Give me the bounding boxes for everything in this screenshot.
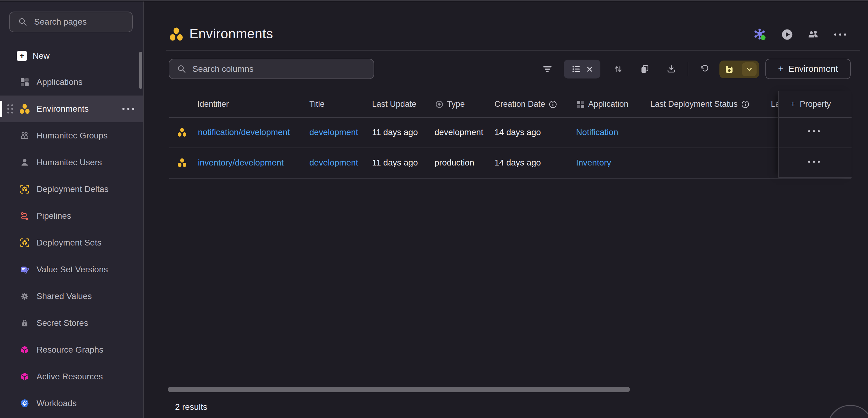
table-header-row: Identifier Title Last Update Type Creati… — [169, 91, 851, 117]
users-icon[interactable] — [807, 30, 819, 39]
table-row[interactable]: notification/development development 11 … — [169, 117, 851, 148]
column-header-application[interactable]: Application — [577, 91, 628, 117]
sidebar-item-workloads[interactable]: Workloads — [0, 390, 143, 417]
sidebar-item-label: Applications — [36, 77, 83, 87]
last-update-value: 11 days ago — [372, 148, 418, 178]
deployment-cube-icon — [20, 184, 30, 194]
gear-icon — [20, 291, 30, 301]
sidebar-item-active-resources[interactable]: Active Resources — [0, 363, 143, 390]
sidebar-scrollbar-thumb[interactable] — [139, 52, 142, 89]
column-header-application-label: Application — [588, 99, 628, 109]
sidebar-item-deployment-sets[interactable]: Deployment Sets — [0, 229, 143, 256]
info-icon[interactable] — [741, 100, 749, 108]
play-icon[interactable] — [781, 29, 793, 40]
list-view-icon[interactable] — [572, 64, 581, 74]
sidebar-item-label: Resource Graphs — [36, 345, 103, 355]
table-border — [779, 178, 851, 178]
sidebar-search-input[interactable]: Search pages — [9, 11, 133, 32]
row-actions-button[interactable] — [808, 130, 820, 132]
sidebar-item-pipelines[interactable]: Pipelines — [0, 203, 143, 229]
creation-date-value: 14 days ago — [494, 148, 541, 178]
save-dropdown-button[interactable] — [742, 62, 756, 76]
undo-icon[interactable] — [695, 61, 712, 77]
sort-icon[interactable] — [610, 61, 627, 77]
row-actions-button[interactable] — [808, 161, 820, 163]
column-header-identifier[interactable]: Identifier — [197, 91, 229, 117]
sidebar-item-label: Humanitec Users — [36, 158, 102, 167]
applications-grid-icon — [20, 77, 30, 87]
download-icon[interactable] — [663, 61, 680, 77]
save-view-button[interactable] — [719, 61, 759, 78]
column-header-creation-date-label: Creation Date — [494, 99, 545, 109]
sidebar-item-label: Value Set Versions — [36, 265, 108, 275]
type-value: development — [434, 117, 483, 148]
lock-icon — [20, 318, 30, 328]
column-header-lds-label: Last Deployment Status — [650, 99, 738, 109]
column-header-type[interactable]: Type — [435, 91, 465, 117]
filter-icon[interactable] — [539, 61, 556, 77]
help-button[interactable]: ? — [827, 405, 868, 418]
column-header-last-update[interactable]: Last Update — [372, 91, 416, 117]
table-border — [169, 178, 851, 179]
copy-icon[interactable] — [636, 61, 653, 77]
sidebar-item-secret-stores[interactable]: Secret Stores — [0, 310, 143, 336]
clear-view-icon[interactable] — [586, 66, 593, 72]
column-header-title[interactable]: Title — [309, 91, 324, 117]
sidebar-item-label: Environments — [36, 104, 89, 114]
sidebar-item-applications[interactable]: Applications — [0, 69, 143, 96]
add-property-label: Property — [800, 99, 831, 109]
sidebar-item-shared-values[interactable]: Shared Values — [0, 283, 143, 310]
add-environment-label: Environment — [788, 64, 838, 74]
application-link[interactable]: Notification — [576, 117, 618, 148]
search-icon — [177, 64, 186, 74]
sidebar-item-value-set-versions[interactable]: Value Set Versions — [0, 256, 143, 283]
applications-grid-icon — [577, 100, 585, 108]
pinned-actions-column: + Property — [778, 91, 851, 178]
identifier-link[interactable]: inventory/development — [198, 148, 284, 178]
graph-status-icon[interactable] — [753, 28, 767, 41]
environments-dots-icon — [169, 27, 183, 41]
add-property-button[interactable]: + Property — [790, 91, 831, 117]
view-toggle-group[interactable] — [564, 60, 600, 78]
title-link[interactable]: development — [309, 148, 358, 178]
sidebar-item-label: Humanitec Groups — [36, 131, 107, 140]
plus-icon: + — [790, 100, 796, 108]
sidebar-item-resource-graphs[interactable]: Resource Graphs — [0, 336, 143, 363]
plus-square-icon: + — [17, 51, 27, 61]
sidebar-item-environments[interactable]: Environments — [0, 96, 143, 122]
plus-icon: + — [778, 64, 784, 74]
add-environment-button[interactable]: + Environment — [766, 59, 850, 79]
sidebar-item-label: Secret Stores — [36, 318, 88, 328]
search-icon — [18, 17, 27, 27]
app-window: Search pages + New Applications Environm… — [0, 0, 868, 418]
sidebar: Search pages + New Applications Environm… — [0, 2, 143, 418]
sidebar-item-deployment-deltas[interactable]: Deployment Deltas — [0, 176, 143, 203]
identifier-link[interactable]: notification/development — [198, 117, 290, 148]
sidebar-item-label: Deployment Deltas — [36, 184, 109, 194]
column-search-input[interactable]: Search columns — [169, 59, 374, 79]
application-link[interactable]: Inventory — [576, 148, 611, 178]
type-value: production — [434, 148, 474, 178]
kubernetes-icon — [20, 398, 30, 409]
table-border — [779, 148, 851, 148]
environments-more-button[interactable] — [122, 108, 134, 110]
deployment-cube-icon — [20, 237, 30, 248]
environments-dots-icon — [20, 104, 30, 114]
table-row[interactable]: inventory/development development 11 day… — [169, 148, 851, 178]
sidebar-item-humanitec-users[interactable]: Humanitec Users — [0, 149, 143, 176]
resource-cube-icon — [20, 372, 30, 382]
drag-handle-icon[interactable] — [7, 104, 13, 114]
info-icon[interactable] — [549, 100, 557, 108]
horizontal-scrollbar-thumb[interactable] — [168, 387, 630, 392]
pipeline-icon — [20, 211, 30, 221]
creation-date-value: 14 days ago — [494, 117, 541, 148]
resource-cube-icon — [20, 345, 30, 355]
sidebar-item-humanitec-groups[interactable]: Humanitec Groups — [0, 122, 143, 149]
title-link[interactable]: development — [309, 117, 358, 148]
column-search-placeholder: Search columns — [192, 64, 254, 74]
column-header-creation-date[interactable]: Creation Date — [494, 91, 557, 117]
new-page-button[interactable]: + New — [0, 47, 143, 65]
column-header-last-deployment-status[interactable]: Last Deployment Status — [650, 91, 749, 117]
column-header-type-label: Type — [447, 99, 465, 109]
more-menu-icon[interactable] — [833, 32, 847, 37]
